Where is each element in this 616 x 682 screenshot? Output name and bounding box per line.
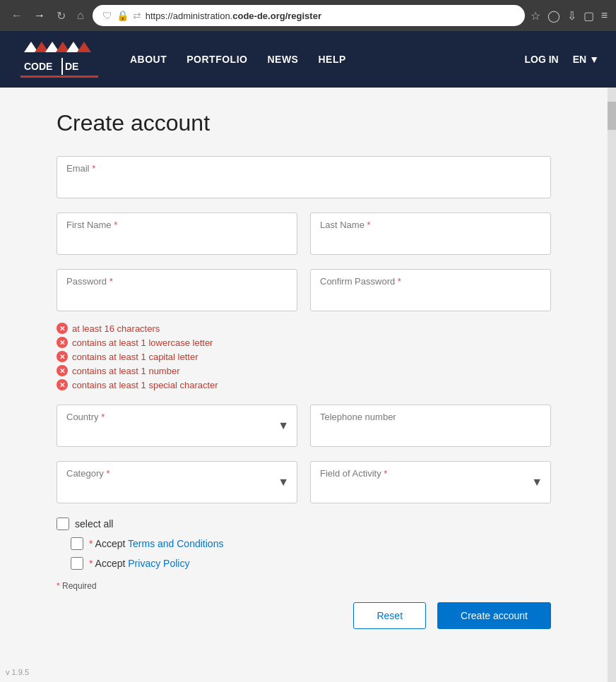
scrollbar-track — [608, 88, 616, 682]
svg-rect-10 — [20, 76, 98, 78]
terms-checkbox[interactable] — [71, 537, 83, 550]
select-all-label: select all — [75, 518, 113, 530]
registration-form: Email * First Name * — [57, 156, 551, 629]
hint-x-icon: ✕ — [57, 365, 68, 376]
field-of-activity-wrapper: Field of Activity * ▼ — [310, 461, 551, 503]
country-group: Country * ▼ — [57, 405, 297, 447]
pocket-icon[interactable]: ◯ — [547, 9, 560, 23]
telephone-input[interactable] — [310, 405, 551, 447]
hint-lowercase-text: contains at least 1 lowercase letter — [72, 337, 213, 348]
version-label: v 1.9.5 — [6, 668, 29, 676]
lastname-input[interactable] — [310, 213, 551, 255]
nav-help[interactable]: HELP — [318, 54, 345, 65]
country-wrapper: Country * ▼ — [57, 405, 297, 447]
confirm-password-wrapper: Confirm Password * — [310, 269, 551, 311]
select-all-row: select all — [57, 518, 551, 530]
password-wrapper: Password * — [57, 269, 297, 311]
required-note: * Required — [57, 581, 551, 591]
firstname-wrapper: First Name * — [57, 213, 297, 255]
email-input[interactable] — [57, 156, 551, 198]
nav-links: ABOUT PORTFOLIO NEWS HELP — [130, 54, 524, 65]
privacy-link[interactable]: Privacy Policy — [128, 558, 189, 569]
address-bar[interactable]: 🛡 🔒 ⇄ https://administration.code-de.org… — [93, 5, 525, 26]
connection-icon: ⇄ — [133, 10, 141, 21]
extensions-icon[interactable]: ▢ — [584, 9, 594, 23]
email-group: Email * — [57, 156, 551, 198]
browser-toolbar: ☆ ◯ ⇩ ▢ ≡ — [531, 9, 608, 23]
reset-button[interactable]: Reset — [353, 602, 426, 629]
lastname-group: Last Name * — [310, 213, 551, 255]
terms-link[interactable]: Terms and Conditions — [128, 538, 223, 549]
country-telephone-row: Country * ▼ Telephone number — [57, 405, 551, 447]
hint-number: ✕ contains at least 1 number — [57, 365, 551, 376]
nav-about[interactable]: ABOUT — [130, 54, 167, 65]
hint-x-icon: ✕ — [57, 323, 68, 334]
telephone-wrapper: Telephone number — [310, 405, 551, 447]
create-account-button[interactable]: Create account — [437, 602, 551, 629]
nav-portfolio[interactable]: PORTFOLIO — [186, 54, 247, 65]
privacy-checkbox[interactable] — [71, 557, 83, 570]
top-navigation: CODE DE ABOUT PORTFOLIO NEWS HELP LOG IN… — [0, 31, 616, 88]
language-selector[interactable]: EN ▼ — [573, 54, 599, 65]
category-select[interactable] — [57, 461, 297, 503]
hint-x-icon: ✕ — [57, 379, 68, 390]
country-select[interactable] — [57, 405, 297, 447]
category-activity-row: Category * ▼ Field of Activity * — [57, 461, 551, 503]
privacy-label: * Accept Privacy Policy — [89, 558, 189, 569]
scrollbar-thumb[interactable] — [608, 102, 616, 130]
hint-lowercase: ✕ contains at least 1 lowercase letter — [57, 337, 551, 348]
email-row: Email * — [57, 156, 551, 198]
page-wrapper: Create account Email * — [0, 88, 616, 682]
browser-chrome: ← → ↻ ⌂ 🛡 🔒 ⇄ https://administration.cod… — [0, 0, 616, 31]
confirm-password-input[interactable] — [310, 269, 551, 311]
bookmark-icon[interactable]: ☆ — [531, 9, 540, 23]
lastname-wrapper: Last Name * — [310, 213, 551, 255]
hint-length: ✕ at least 16 characters — [57, 323, 551, 334]
download-icon[interactable]: ⇩ — [567, 9, 576, 23]
checkbox-section: select all * Accept Terms and Conditions… — [57, 518, 551, 570]
hint-x-icon: ✕ — [57, 337, 68, 348]
back-button[interactable]: ← — [8, 8, 25, 23]
terms-label: * Accept Terms and Conditions — [89, 538, 223, 549]
login-button[interactable]: LOG IN — [524, 54, 558, 65]
hint-special-text: contains at least 1 special character — [72, 380, 218, 390]
hint-special: ✕ contains at least 1 special character — [57, 379, 551, 390]
refresh-button[interactable]: ↻ — [54, 8, 69, 24]
page-title: Create account — [57, 110, 551, 136]
form-actions: Reset Create account — [57, 602, 551, 629]
confirm-password-group: Confirm Password * — [310, 269, 551, 311]
main-content: Create account Email * — [0, 88, 608, 682]
url-text: https://administration.code-de.org/regis… — [146, 11, 321, 21]
logo: CODE DE — [17, 38, 102, 80]
svg-marker-6 — [77, 42, 91, 52]
category-wrapper: Category * ▼ — [57, 461, 297, 503]
select-all-checkbox[interactable] — [57, 518, 69, 530]
password-input[interactable] — [57, 269, 297, 311]
firstname-input[interactable] — [57, 213, 297, 255]
privacy-row: * Accept Privacy Policy — [71, 557, 551, 570]
firstname-group: First Name * — [57, 213, 297, 255]
field-of-activity-group: Field of Activity * ▼ — [310, 461, 551, 503]
menu-icon[interactable]: ≡ — [601, 9, 608, 23]
nav-news[interactable]: NEWS — [267, 54, 298, 65]
home-button[interactable]: ⌂ — [74, 8, 87, 23]
email-input-wrapper: Email * — [57, 156, 551, 198]
svg-text:CODE: CODE — [24, 61, 52, 72]
shield-icon: 🛡 — [102, 10, 112, 21]
hint-capital-text: contains at least 1 capital letter — [72, 352, 199, 362]
terms-row: * Accept Terms and Conditions — [71, 537, 551, 550]
hint-x-icon: ✕ — [57, 351, 68, 362]
logo-area: CODE DE — [17, 38, 102, 80]
forward-button[interactable]: → — [31, 8, 48, 23]
lock-icon: 🔒 — [117, 10, 129, 21]
password-group: Password * — [57, 269, 297, 311]
nav-right: LOG IN EN ▼ — [524, 54, 599, 65]
category-group: Category * ▼ — [57, 461, 297, 503]
telephone-group: Telephone number — [310, 405, 551, 447]
field-of-activity-select[interactable] — [310, 461, 551, 503]
name-row: First Name * Last Name * — [57, 213, 551, 255]
hint-number-text: contains at least 1 number — [72, 366, 179, 376]
hint-capital: ✕ contains at least 1 capital letter — [57, 351, 551, 362]
password-hints: ✕ at least 16 characters ✕ contains at l… — [57, 323, 551, 390]
svg-text:DE: DE — [65, 61, 78, 72]
